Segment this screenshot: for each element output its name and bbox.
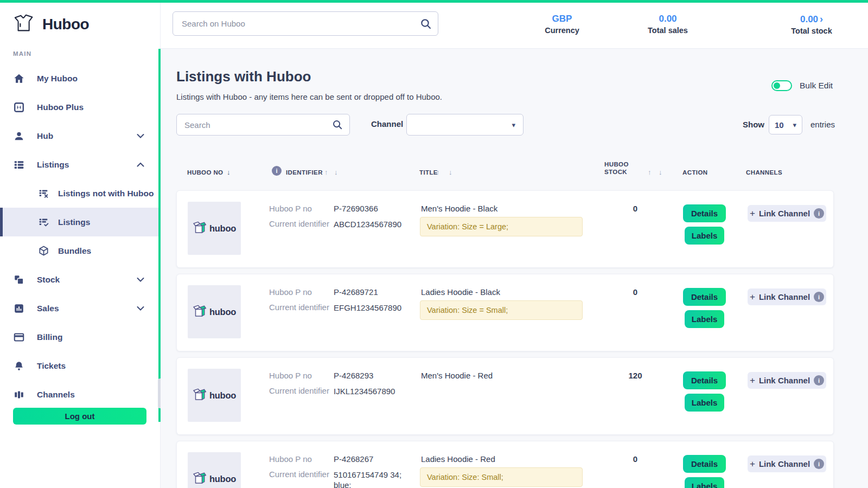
sidebar-item-label: Listings — [58, 217, 90, 227]
sidebar-item-label: Bundles — [58, 246, 91, 256]
sort-up-icon[interactable]: ↑ — [324, 168, 328, 176]
sidebar-item-stock[interactable]: Stock — [0, 265, 158, 294]
pno-label: Huboo P no — [269, 287, 312, 297]
stat-total-stock[interactable]: 0.00› Total stock — [782, 14, 841, 35]
pno-value: P-42689721 — [334, 287, 378, 297]
variation-badge: Variation: Size: Small; — [420, 467, 583, 487]
sidebar-item-bundles[interactable]: Bundles — [0, 236, 158, 265]
sidebar-nav: My Huboo Huboo Plus Hub Listings Listing… — [0, 64, 158, 409]
sidebar-item-label: Channels — [37, 390, 75, 400]
plus-icon: + — [750, 375, 755, 386]
sidebar-item-my-huboo[interactable]: My Huboo — [0, 64, 158, 93]
sort-down-icon[interactable]: ↓ — [449, 168, 452, 176]
listing-title: Ladies Hoodie - Red — [421, 454, 495, 464]
page-subtitle: Listings with Huboo - any items here can… — [176, 92, 442, 101]
channel-select[interactable]: ▾ — [406, 114, 524, 136]
link-channel-label: Link Channel — [759, 459, 810, 468]
total-sales-label: Total sales — [627, 26, 709, 35]
details-button[interactable]: Details — [683, 371, 726, 389]
pno-label: Huboo P no — [269, 454, 312, 464]
bulk-edit-toggle[interactable] — [771, 80, 792, 91]
listing-row: huboo Huboo P no P-72690366 Current iden… — [176, 190, 834, 268]
channels-icon — [13, 389, 25, 401]
chevron-down-icon — [137, 133, 144, 138]
info-icon: i — [814, 459, 824, 469]
thumbnail-logo-text: huboo — [209, 390, 236, 401]
sidebar-item-sales[interactable]: Sales — [0, 294, 158, 323]
product-thumbnail: huboo — [188, 369, 241, 422]
pno-value: P-4268267 — [334, 454, 373, 464]
thumbnail-logo-text: huboo — [209, 307, 236, 317]
page-size-select[interactable]: 10 ▾ — [769, 115, 802, 134]
credit-card-icon — [13, 331, 25, 343]
sidebar-item-huboo-plus[interactable]: Huboo Plus — [0, 93, 158, 121]
sidebar-item-listings[interactable]: Listings — [0, 150, 158, 179]
listing-row: huboo Huboo P no P-42689721 Current iden… — [176, 274, 834, 351]
total-sales-value: 0.00 — [627, 14, 709, 24]
details-button[interactable]: Details — [683, 204, 726, 222]
details-button[interactable]: Details — [683, 288, 726, 306]
sort-down-icon[interactable]: ↓ — [334, 168, 338, 176]
sidebar-item-channels[interactable]: Channels — [0, 380, 158, 409]
search-icon[interactable] — [414, 18, 438, 30]
sort-down-icon[interactable]: ↓ — [659, 168, 662, 176]
listing-title: Men's Hoodie - Black — [421, 204, 497, 213]
stat-total-sales: 0.00 Total sales — [627, 14, 709, 35]
product-thumbnail: huboo — [188, 285, 241, 338]
sidebar-item-label: Hub — [37, 131, 53, 141]
link-channel-button[interactable]: + Link Channel i — [748, 205, 826, 222]
column-header-huboo-no[interactable]: HUBOO NO — [187, 169, 223, 176]
listing-row: huboo Huboo P no P-4268293 Current ident… — [176, 357, 834, 435]
total-stock-label: Total stock — [782, 27, 841, 35]
global-search-input[interactable] — [173, 12, 414, 35]
home-icon — [13, 73, 25, 85]
global-search — [173, 11, 438, 36]
column-header-title[interactable]: TITLE — [419, 169, 438, 176]
pno-label: Huboo P no — [269, 371, 312, 380]
info-icon: i — [814, 292, 824, 302]
plus-icon: + — [750, 459, 755, 470]
identifier-value: ABCD1234567890 — [334, 219, 426, 229]
sort-up-icon[interactable]: ↑ — [436, 168, 440, 176]
listing-title: Ladies Hoodie - Black — [421, 287, 500, 297]
sidebar-item-billing[interactable]: Billing — [0, 323, 158, 351]
identifier-value: EFGH1234567890 — [334, 303, 426, 313]
sidebar-item-listings-not-with-huboo[interactable]: Listings not with Huboo — [0, 179, 158, 208]
column-header-action: ACTION — [682, 169, 707, 176]
column-header-channels: CHANNELS — [746, 169, 782, 176]
link-channel-button[interactable]: + Link Channel i — [748, 372, 826, 389]
search-icon[interactable] — [326, 119, 349, 130]
identifier-value: IJKL1234567890 — [334, 386, 426, 396]
info-icon[interactable]: i — [272, 166, 282, 176]
sort-up-icon[interactable]: ↑ — [648, 168, 652, 176]
link-channel-button[interactable]: + Link Channel i — [748, 455, 826, 472]
labels-button[interactable]: Labels — [685, 227, 724, 245]
sidebar-item-tickets[interactable]: Tickets — [0, 351, 158, 380]
thumbnail-logo-text: huboo — [209, 223, 236, 234]
toggle-knob — [774, 82, 780, 89]
labels-button[interactable]: Labels — [685, 477, 724, 488]
sidebar-item-label: Huboo Plus — [37, 102, 84, 112]
sidebar-item-hub[interactable]: Hub — [0, 121, 158, 150]
sidebar-item-label: Billing — [37, 332, 62, 342]
huboo-box-icon — [13, 12, 37, 36]
labels-button[interactable]: Labels — [685, 394, 724, 412]
huboo-logo[interactable]: Huboo — [13, 12, 89, 36]
caret-down-icon: ▾ — [793, 121, 796, 129]
labels-button[interactable]: Labels — [685, 310, 724, 328]
sidebar-item-listings-active[interactable]: Listings — [0, 208, 158, 236]
column-header-huboo-stock[interactable]: HUBOOSTOCK — [604, 160, 642, 176]
product-thumbnail: huboo — [188, 452, 241, 488]
details-button[interactable]: Details — [683, 455, 726, 473]
channel-label: Channel — [371, 119, 403, 129]
total-stock-value: 0.00 — [800, 14, 818, 24]
link-channel-button[interactable]: + Link Channel i — [748, 288, 826, 305]
bell-icon — [13, 360, 25, 372]
logout-button[interactable]: Log out — [13, 408, 146, 425]
listing-search-input[interactable] — [177, 114, 326, 135]
thumbnail-logo-text: huboo — [209, 474, 236, 484]
main-content: Listings with Huboo Bulk Edit Listings w… — [161, 49, 868, 488]
column-header-identifier[interactable]: IDENTIFIER — [286, 169, 323, 176]
sort-down-icon[interactable]: ↓ — [227, 168, 231, 176]
identifier-label: Current identifier — [269, 303, 329, 312]
